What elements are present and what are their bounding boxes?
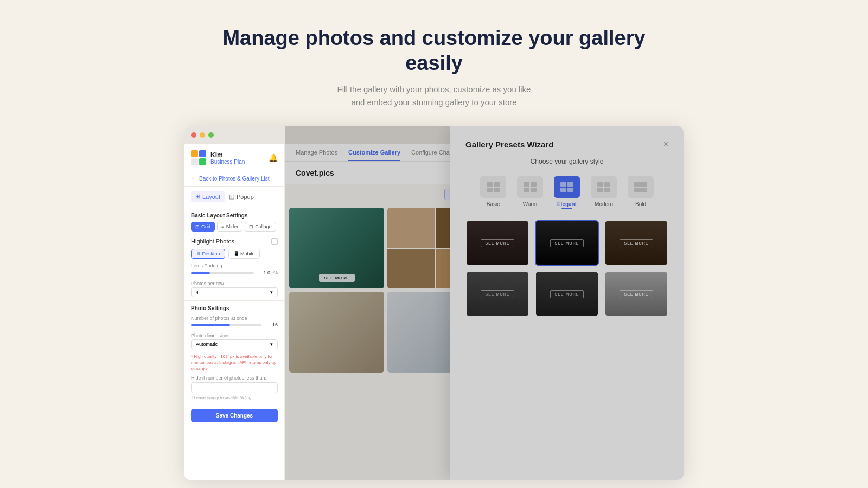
preview-tab-mobile[interactable]: 📱 Mobile: [228, 249, 260, 259]
main-content: Manage Photos Customize Gallery Configur…: [285, 144, 684, 480]
page-heading: Manage photos and customize your gallery…: [201, 26, 667, 75]
browser-dot-green: [208, 132, 214, 138]
brand-icon: [191, 150, 206, 165]
layout-option-slider[interactable]: ≡ Slider: [217, 222, 242, 232]
hide-if-less-label: Hide if number of photos less than:: [184, 375, 284, 382]
photos-per-row-select[interactable]: 4 ▾: [191, 287, 278, 297]
save-changes-button[interactable]: Save Changes: [191, 409, 278, 422]
items-padding-slider: 1.0 %: [184, 270, 284, 279]
leave-empty-note: * Leave empty to disable hiding: [184, 395, 284, 404]
items-padding-pct: %: [273, 270, 278, 275]
sidebar-nav: ⊞ Layout ◱ Popup: [184, 187, 284, 207]
sidebar-nav-layout[interactable]: ⊞ Layout: [191, 191, 225, 202]
sidebar-nav-popup[interactable]: ◱ Popup: [225, 191, 258, 202]
bell-icon[interactable]: 🔔: [269, 153, 278, 162]
modal-container: Gallery Presets Wizard × Choose your gal…: [285, 144, 684, 480]
brand-name: Kim: [210, 151, 245, 159]
num-photos-value: 16: [265, 322, 278, 328]
browser-window: Kim Business Plan 🔔 ← Back to Photos & G…: [184, 126, 684, 480]
browser-dot-yellow: [200, 132, 205, 138]
brand-plan: Business Plan: [210, 159, 245, 165]
browser-dot-red: [191, 132, 196, 138]
app-layout: Kim Business Plan 🔔 ← Back to Photos & G…: [184, 144, 684, 480]
hide-if-less-input[interactable]: [191, 382, 278, 393]
num-photos-slider: 16: [184, 322, 284, 331]
preview-tabs: 🖥 Desktop 📱 Mobile: [184, 249, 284, 263]
modal-backdrop[interactable]: [285, 144, 684, 480]
highlight-row: Highlight Photos: [184, 236, 284, 249]
sidebar: Kim Business Plan 🔔 ← Back to Photos & G…: [184, 144, 285, 480]
layout-option-grid[interactable]: ⊞ Grid: [191, 222, 215, 232]
section-basic-layout: Basic Layout Settings: [184, 207, 284, 222]
back-link[interactable]: ← Back to Photos & Gallery List: [184, 171, 284, 187]
photo-settings-title: Photo Settings: [184, 300, 284, 313]
num-photos-label: Number of photos at once: [184, 313, 284, 322]
layout-option-collage[interactable]: ⊟ Collage: [245, 222, 276, 232]
sidebar-brand: Kim Business Plan 🔔: [184, 144, 284, 171]
highlight-checkbox[interactable]: [271, 238, 278, 245]
quality-note: * High quality - 1024px is available onl…: [184, 352, 284, 375]
items-padding-value: 1.0: [257, 270, 270, 275]
photo-dimensions-label: Photo dimensions: [184, 331, 284, 339]
layout-options: ⊞ Grid ≡ Slider ⊟ Collage: [184, 222, 284, 236]
photos-per-row-label: Photos per row: [184, 279, 284, 287]
items-padding-label: Items Padding: [184, 263, 284, 270]
page-subheading: Fill the gallery with your photos, custo…: [201, 83, 667, 109]
page-header: Manage photos and customize your gallery…: [190, 0, 678, 126]
preview-tab-desktop[interactable]: 🖥 Desktop: [191, 249, 225, 259]
photo-dimensions-select[interactable]: Automatic ▾: [191, 339, 278, 349]
highlight-label: Highlight Photos: [191, 238, 234, 245]
